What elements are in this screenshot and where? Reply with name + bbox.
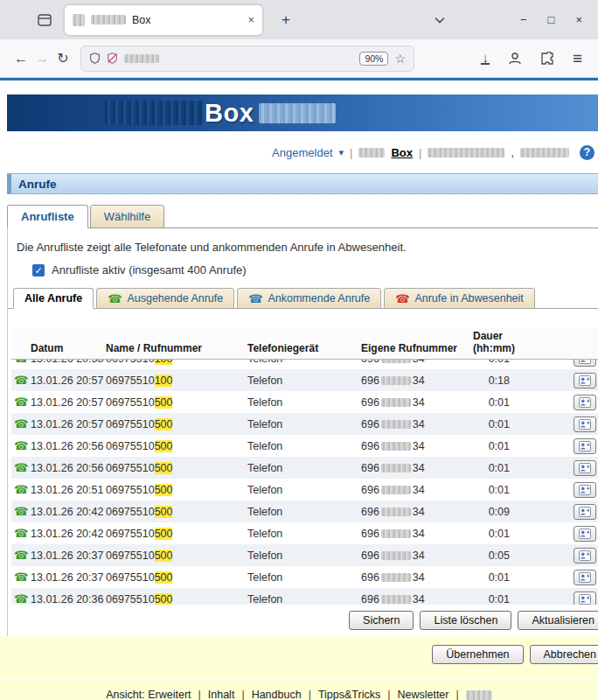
footer-link[interactable]: Handbuch bbox=[252, 689, 302, 700]
window-close-button[interactable]: × bbox=[575, 13, 582, 26]
own-number: 69634 bbox=[361, 506, 473, 518]
search-highlight: 100 bbox=[155, 374, 173, 387]
abbrechen-button[interactable]: Abbrechen bbox=[530, 645, 598, 664]
new-tab-button[interactable]: + bbox=[275, 11, 297, 29]
forward-button[interactable]: → bbox=[31, 51, 52, 66]
add-to-phonebook-button[interactable] bbox=[574, 548, 596, 564]
filter-tab-incoming[interactable]: ☎ Ankommende Anrufe bbox=[237, 288, 381, 309]
back-button[interactable]: ← bbox=[10, 51, 31, 66]
outgoing-call-icon: ☎ bbox=[14, 570, 28, 584]
call-number: 06975510500 bbox=[106, 571, 247, 584]
call-number: 06975510500 bbox=[106, 593, 247, 606]
call-device: Telefon bbox=[247, 593, 361, 606]
footer-link[interactable]: Ansicht: Erweitert bbox=[106, 689, 191, 700]
add-to-phonebook-button[interactable] bbox=[574, 360, 596, 367]
search-highlight: 500 bbox=[155, 440, 173, 452]
extensions-icon[interactable] bbox=[540, 52, 554, 66]
call-date: 13.01.26 20:37 bbox=[31, 550, 106, 562]
add-to-phonebook-button[interactable] bbox=[574, 504, 596, 520]
call-date: 13.01.26 20:42 bbox=[31, 506, 106, 518]
own-number: 69634 bbox=[361, 462, 473, 474]
tab-anrufliste[interactable]: Anrufliste bbox=[7, 205, 88, 228]
logged-in-caret-icon[interactable]: ▾ bbox=[339, 147, 344, 158]
footer-link[interactable]: Newsletter bbox=[397, 689, 448, 700]
tab-favicon bbox=[73, 14, 85, 26]
filter-tab-outgoing[interactable]: ☎ Ausgehende Anrufe bbox=[96, 288, 234, 309]
call-number: 06975510500 bbox=[106, 484, 247, 496]
help-icon[interactable]: ? bbox=[580, 145, 595, 160]
tab-close-icon[interactable]: × bbox=[247, 13, 254, 26]
header-telefoniegeraet: Telefoniegerät bbox=[247, 342, 361, 354]
tab-title: Box bbox=[132, 14, 151, 26]
call-row: ☎ 13.01.26 20:56 06975510500 Telefon 696… bbox=[11, 457, 598, 479]
browser-tab[interactable]: Box × bbox=[65, 5, 262, 35]
add-to-phonebook-button[interactable] bbox=[574, 460, 596, 476]
brand-redacted bbox=[105, 101, 203, 125]
tab-waehlhilfe[interactable]: Wählhilfe bbox=[90, 205, 164, 228]
tracking-protection-off-icon[interactable] bbox=[107, 52, 118, 65]
footer-link[interactable]: Tipps&Tricks bbox=[318, 689, 380, 700]
bookmark-star-icon[interactable]: ☆ bbox=[394, 52, 406, 66]
outgoing-call-icon: ☎ bbox=[14, 396, 28, 409]
add-to-phonebook-button[interactable] bbox=[574, 570, 596, 585]
brand-model-redacted bbox=[259, 103, 336, 123]
add-to-phonebook-button[interactable] bbox=[574, 592, 596, 606]
call-date: 13.01.26 20:37 bbox=[31, 571, 106, 584]
own-number-redacted bbox=[381, 551, 411, 560]
call-list-active-checkbox-row[interactable]: ✓ Anrufliste aktiv (insgesamt 400 Anrufe… bbox=[32, 263, 589, 276]
liste-loeschen-button[interactable]: Liste löschen bbox=[420, 611, 511, 630]
own-number-redacted bbox=[381, 595, 411, 604]
call-device: Telefon bbox=[247, 360, 361, 365]
zoom-indicator[interactable]: 90% bbox=[359, 52, 388, 66]
outgoing-call-icon: ☎ bbox=[14, 505, 28, 518]
outgoing-call-icon: ☎ bbox=[108, 293, 122, 304]
filter-tab-label: Anrufe in Abwesenheit bbox=[414, 292, 523, 304]
content-panel: Die Anrufliste zeigt alle Telefonate und… bbox=[7, 228, 598, 636]
window-minimize-button[interactable]: − bbox=[520, 13, 527, 26]
call-number: 06975510500 bbox=[106, 418, 247, 430]
firefox-view-icon[interactable] bbox=[33, 9, 56, 32]
shield-icon[interactable] bbox=[89, 52, 101, 65]
menu-icon[interactable]: ≡ bbox=[573, 49, 582, 68]
add-to-phonebook-button[interactable] bbox=[574, 438, 596, 454]
sichern-button[interactable]: Sichern bbox=[349, 611, 414, 630]
add-to-phonebook-button[interactable] bbox=[574, 526, 596, 542]
header-dauer: Dauer (hh:mm) bbox=[473, 330, 515, 354]
own-number-redacted bbox=[381, 486, 411, 494]
call-device: Telefon bbox=[247, 440, 361, 452]
add-to-phonebook-button[interactable] bbox=[574, 482, 596, 498]
add-to-phonebook-button[interactable] bbox=[574, 416, 596, 432]
checkbox-checked-icon[interactable]: ✓ bbox=[32, 264, 45, 276]
url-bar[interactable]: 90% ☆ bbox=[80, 46, 414, 72]
logged-in-label[interactable]: Angemeldet bbox=[272, 146, 332, 159]
header-dauer-line1: Dauer bbox=[473, 330, 515, 342]
uebernehmen-button[interactable]: Übernehmen bbox=[432, 645, 523, 664]
own-number: 69634 bbox=[361, 440, 473, 452]
filter-tab-label: Alle Anrufe bbox=[24, 292, 82, 304]
own-number: 69634 bbox=[361, 418, 473, 430]
call-date: 13.01.26 20:57 bbox=[31, 396, 106, 409]
add-to-phonebook-button[interactable] bbox=[574, 373, 596, 388]
box-link[interactable]: Box bbox=[391, 146, 413, 159]
call-duration: 0:01 bbox=[489, 440, 515, 452]
window-maximize-button[interactable]: □ bbox=[548, 13, 555, 26]
account-icon[interactable] bbox=[508, 52, 522, 66]
aktualisieren-button[interactable]: Aktualisieren bbox=[518, 611, 598, 630]
filter-tab-missed[interactable]: ☎ Anrufe in Abwesenheit bbox=[384, 288, 535, 309]
reload-button[interactable]: ↻ bbox=[52, 50, 73, 66]
list-tabs-chevron-icon[interactable] bbox=[435, 17, 445, 24]
add-to-phonebook-button[interactable] bbox=[574, 395, 596, 410]
own-number: 69634 bbox=[361, 528, 473, 540]
call-duration: 0:01 bbox=[489, 462, 515, 474]
table-header: Datum Name / Rufnummer Telefoniegerät Ei… bbox=[11, 328, 598, 360]
list-buttons: Sichern Liste löschen Aktualisieren bbox=[8, 605, 598, 636]
downloads-icon[interactable]: ↓ bbox=[481, 52, 490, 65]
screen: Box × + − □ × ← → ↻ 90% ☆ bbox=[0, 0, 598, 700]
own-number-redacted bbox=[381, 464, 411, 472]
call-date: 13.01.26 20:57 bbox=[31, 418, 106, 430]
filter-tab-all[interactable]: Alle Anrufe bbox=[13, 288, 94, 309]
own-number-redacted bbox=[381, 420, 411, 429]
call-row: ☎ 13.01.26 20:56 06975510500 Telefon 696… bbox=[11, 435, 598, 457]
apply-buttons: Übernehmen Abbrechen bbox=[0, 636, 598, 664]
footer-link[interactable]: Inhalt bbox=[208, 689, 235, 700]
